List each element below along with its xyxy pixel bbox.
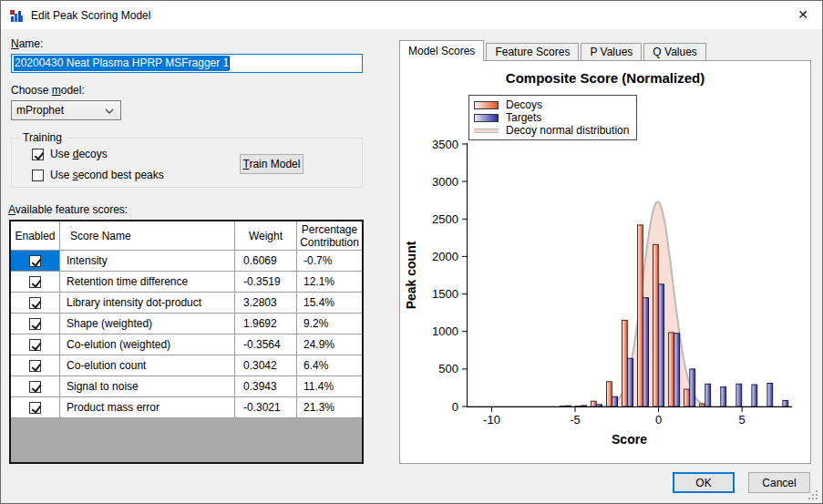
decoy-bar: [638, 225, 643, 406]
decoy-bar: [684, 389, 690, 406]
column-header[interactable]: Score Name: [60, 221, 235, 250]
y-tick-label: 3500: [432, 138, 458, 151]
y-tick-label: 3000: [432, 175, 458, 189]
weight-cell[interactable]: 0.3042: [235, 355, 297, 375]
target-bar: [705, 384, 711, 406]
x-tick-label: -10: [483, 413, 500, 427]
score-name-cell[interactable]: Library intensity dot-product: [60, 293, 235, 313]
score-name-cell[interactable]: Product mass error: [60, 397, 235, 417]
ok-button[interactable]: OK: [673, 472, 735, 493]
enabled-checkbox[interactable]: [29, 255, 41, 267]
enabled-cell[interactable]: [11, 314, 60, 334]
enabled-cell[interactable]: [11, 397, 60, 417]
legend-label: Decoy normal distribution: [506, 124, 629, 137]
y-tick-label: 500: [438, 362, 458, 375]
legend-item: Decoys: [474, 98, 629, 111]
model-tab-control: Model ScoresFeature ScoresP ValuesQ Valu…: [399, 40, 811, 464]
weight-cell[interactable]: 1.9692: [235, 314, 297, 334]
enabled-checkbox[interactable]: [29, 339, 41, 351]
enabled-cell[interactable]: [11, 376, 60, 396]
model-select-value: mProphet: [16, 104, 64, 117]
column-header[interactable]: Enabled: [11, 221, 60, 250]
enabled-checkbox[interactable]: [29, 360, 41, 372]
enabled-cell[interactable]: [11, 251, 60, 271]
tab-q-values[interactable]: Q Values: [643, 43, 705, 60]
table-row[interactable]: Library intensity dot-product3.280315.4%: [11, 293, 362, 314]
score-name-cell[interactable]: Co-elution (weighted): [60, 334, 235, 355]
table-row[interactable]: Co-elution count0.30426.4%: [11, 355, 362, 376]
resize-grip[interactable]: [808, 490, 818, 499]
cancel-button[interactable]: Cancel: [748, 472, 810, 493]
table-row[interactable]: Shape (weighted)1.96929.2%: [11, 314, 362, 334]
tab-p-values[interactable]: P Values: [581, 43, 642, 60]
score-name-cell[interactable]: Intensity: [60, 251, 235, 271]
enabled-checkbox[interactable]: [29, 402, 41, 414]
weight-cell[interactable]: -0.3021: [235, 397, 297, 417]
name-input-selected-text: 20200430 Neat Plasma HPRP MSFragger 1: [14, 56, 229, 71]
train-model-button[interactable]: Train Model: [240, 154, 303, 174]
window-title: Edit Peak Scoring Model: [31, 9, 150, 22]
model-select[interactable]: mProphet: [11, 100, 121, 120]
weight-cell[interactable]: -0.3519: [235, 272, 297, 292]
y-tick-label: 1000: [432, 324, 458, 338]
decoy-bar: [622, 320, 628, 406]
name-input[interactable]: 20200430 Neat Plasma HPRP MSFragger 1: [11, 54, 363, 73]
enabled-checkbox[interactable]: [29, 297, 41, 309]
use-second-best-peaks-label: Use second best peaks: [50, 169, 164, 181]
table-row[interactable]: Product mass error-0.302121.3%: [11, 397, 362, 418]
decoy-bar: [607, 382, 612, 406]
table-row[interactable]: Signal to noise0.394311.4%: [11, 376, 362, 397]
score-name-cell[interactable]: Signal to noise: [60, 376, 235, 396]
percentage-cell[interactable]: 9.2%: [297, 314, 362, 334]
percentage-cell[interactable]: 24.9%: [297, 334, 362, 355]
percentage-cell[interactable]: 21.3%: [297, 397, 362, 417]
table-empty-area: [11, 418, 362, 462]
percentage-cell[interactable]: 6.4%: [297, 355, 362, 375]
use-second-best-peaks-checkbox[interactable]: Use second best peaks: [32, 169, 164, 181]
model-scores-panel: Composite Score (Normalized) DecoysTarge…: [399, 60, 811, 464]
feature-scores-table: EnabledScore NameWeightPercentage Contri…: [9, 220, 364, 464]
target-bar: [659, 284, 664, 406]
target-bar: [783, 400, 788, 406]
percentage-cell[interactable]: 12.1%: [297, 272, 362, 292]
decoy-normal-swatch: [474, 129, 499, 133]
enabled-cell[interactable]: [11, 355, 60, 375]
use-decoys-checkbox[interactable]: Use decoys: [32, 148, 108, 160]
target-bar: [566, 406, 571, 406]
target-bar: [581, 406, 587, 406]
percentage-cell[interactable]: 11.4%: [297, 376, 362, 396]
target-bar: [597, 405, 602, 406]
weight-cell[interactable]: 0.6069: [235, 251, 297, 271]
percentage-cell[interactable]: 15.4%: [297, 293, 362, 313]
x-tick-label: -5: [570, 413, 581, 427]
weight-cell[interactable]: 3.2803: [235, 293, 297, 313]
table-row[interactable]: Co-elution (weighted)-0.356424.9%: [11, 334, 362, 355]
choose-model-label: Choose model:: [11, 84, 85, 97]
weight-cell[interactable]: -0.3564: [235, 334, 297, 355]
enabled-checkbox[interactable]: [29, 276, 41, 288]
weight-cell[interactable]: 0.3943: [235, 376, 297, 396]
score-name-cell[interactable]: Shape (weighted): [60, 314, 235, 334]
enabled-cell[interactable]: [11, 334, 60, 355]
tab-feature-scores[interactable]: Feature Scores: [486, 43, 579, 60]
checkbox-icon: [32, 170, 44, 181]
edit-peak-scoring-model-dialog: Edit Peak Scoring Model ✕ Name: 20200430…: [0, 0, 823, 504]
target-bar: [736, 384, 742, 406]
enabled-cell[interactable]: [11, 293, 60, 313]
tab-model-scores[interactable]: Model Scores: [399, 40, 484, 61]
chart-tabs: Model ScoresFeature ScoresP ValuesQ Valu…: [399, 40, 708, 60]
enabled-cell[interactable]: [11, 272, 60, 292]
column-header[interactable]: Weight: [235, 221, 297, 250]
percentage-cell[interactable]: -0.7%: [297, 251, 362, 271]
enabled-checkbox[interactable]: [29, 381, 41, 393]
close-icon[interactable]: ✕: [797, 7, 808, 22]
column-header[interactable]: Percentage Contribution: [297, 221, 362, 250]
table-row[interactable]: Retention time difference-0.351912.1%: [11, 272, 362, 293]
target-bar: [643, 298, 649, 406]
score-name-cell[interactable]: Co-elution count: [60, 355, 235, 375]
decoy-bar: [669, 333, 674, 406]
table-row[interactable]: Intensity0.6069-0.7%: [11, 251, 362, 272]
enabled-checkbox[interactable]: [29, 318, 41, 330]
score-name-cell[interactable]: Retention time difference: [60, 272, 235, 292]
targets-swatch: [474, 114, 499, 122]
